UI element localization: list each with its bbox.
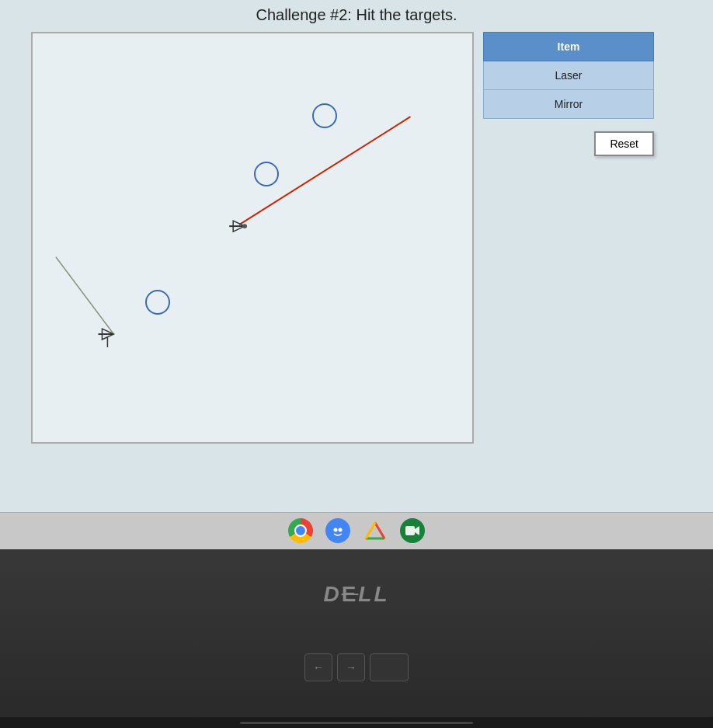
svg-point-3 [242,224,247,228]
target-circle-3[interactable] [145,290,170,315]
svg-rect-16 [405,526,415,535]
chat-icon[interactable] [325,518,350,543]
hinge-line [240,722,473,724]
meet-icon[interactable] [400,518,425,543]
keyboard-area: DELL ← ← [0,549,713,718]
drive-icon[interactable] [363,518,388,543]
svg-marker-12 [366,523,384,538]
table-row-laser[interactable]: Laser [484,61,654,90]
screen-area: Challenge #2: Hit the targets. [0,0,713,512]
items-table: Item Laser Mirror [483,32,654,119]
back-key[interactable]: ← [304,653,332,681]
side-panel: Item Laser Mirror Reset [483,32,654,156]
svg-marker-2 [233,221,245,232]
laptop-body: Challenge #2: Hit the targets. [0,0,713,728]
table-header: Item [484,33,654,61]
svg-marker-5 [102,329,113,340]
keyboard-keys: ← ← [304,653,409,681]
taskbar [0,512,713,549]
svg-line-7 [56,257,113,334]
bottom-bar [0,717,713,728]
chrome-icon[interactable] [288,518,313,543]
target-circle-1[interactable] [312,103,337,128]
reset-button[interactable]: Reset [594,131,654,156]
laser-svg [33,33,472,442]
page-title: Challenge #2: Hit the targets. [256,6,457,24]
svg-point-10 [339,528,343,532]
dell-logo: DELL [323,582,389,607]
svg-point-9 [334,528,338,532]
target-circle-2[interactable] [254,162,279,186]
table-row-mirror[interactable]: Mirror [484,90,654,119]
reset-btn-container: Reset [483,131,654,156]
window-key[interactable] [370,653,409,681]
content-row: Item Laser Mirror Reset [0,32,713,444]
forward-key[interactable]: ← [337,653,365,681]
svg-marker-17 [415,526,419,535]
game-canvas[interactable] [31,32,474,444]
